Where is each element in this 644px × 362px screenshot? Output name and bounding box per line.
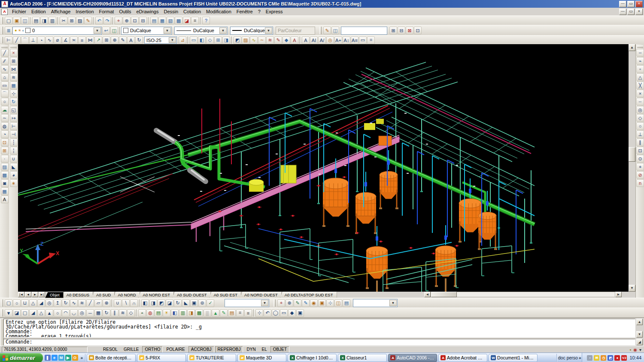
dome-surface-icon[interactable]: ◠ bbox=[62, 309, 70, 317]
menu-dessin[interactable]: Dessin bbox=[161, 8, 181, 15]
layout-tab-objet[interactable]: Objet bbox=[45, 292, 64, 298]
doc-close-button[interactable]: × bbox=[635, 9, 643, 15]
viewports-dialog-icon[interactable]: ▭ bbox=[190, 36, 197, 44]
layout-tab-a0-sud[interactable]: A0 SUD bbox=[91, 292, 115, 298]
open-file-icon[interactable]: ▣ bbox=[13, 17, 21, 24]
xref-attach-icon[interactable]: ⊞ bbox=[389, 27, 397, 34]
toggle-reperobj[interactable]: REPEROBJ bbox=[215, 346, 243, 353]
break-icon[interactable]: ╎ bbox=[10, 147, 18, 154]
snap-none-icon[interactable]: ⊘ bbox=[636, 171, 644, 179]
quickcalc-icon[interactable]: ⌗ bbox=[191, 17, 199, 24]
markup-set-manager-icon[interactable]: ◪ bbox=[183, 17, 191, 24]
annotation-tool-icon[interactable]: ◉ bbox=[310, 299, 318, 307]
layer-combo[interactable]: ● ☀ ◐ 0 ▼ bbox=[12, 27, 102, 35]
union-icon[interactable]: ∪ bbox=[114, 299, 122, 307]
dim-ordinate-icon[interactable]: ⊥ bbox=[29, 36, 37, 44]
2d-solid-icon[interactable]: ▼ bbox=[5, 309, 12, 317]
dim-jogged-icon[interactable]: ∿ bbox=[46, 36, 53, 44]
make-object-layer-current-icon[interactable]: ↩ bbox=[102, 27, 110, 34]
edit-block-in-place-icon[interactable]: ✎ bbox=[323, 27, 331, 34]
start-button[interactable]: démarrer bbox=[0, 353, 43, 362]
dim-text-edit-icon[interactable]: A bbox=[127, 36, 135, 44]
zoom-window-icon[interactable]: ⊡ bbox=[131, 17, 139, 24]
scroll-up-button[interactable]: ▲ bbox=[629, 44, 635, 51]
dim-style-combo[interactable]: ISO-25 ▼ bbox=[144, 36, 177, 44]
save-file-icon[interactable]: ◫ bbox=[21, 17, 29, 24]
chamfer-icon[interactable]: ◣ bbox=[10, 163, 18, 171]
view-combo[interactable]: ▼ bbox=[225, 299, 269, 307]
layout-tab-a0-sud-est[interactable]: A0 SUD EST bbox=[209, 292, 241, 298]
subtract-icon[interactable]: ∖ bbox=[122, 299, 130, 307]
undo-icon[interactable]: ↶ bbox=[95, 17, 103, 24]
snap-perpendicular-icon[interactable]: ⊥ bbox=[636, 130, 644, 138]
render-preferences-icon[interactable]: ⌗ bbox=[236, 309, 244, 317]
layout-tab-a0-deltastop-sud-est[interactable]: A0 DELTASTOP SUD EST bbox=[280, 292, 337, 298]
quick-leader-icon[interactable]: ↗ bbox=[94, 36, 102, 44]
block-editor-icon[interactable]: ◆ bbox=[283, 36, 290, 44]
fog-icon[interactable]: ▒ bbox=[204, 309, 211, 317]
taskbar-task-excel[interactable]: XChiffrage I 10d001... bbox=[288, 354, 337, 362]
menu-insertion[interactable]: Insertion bbox=[73, 8, 96, 15]
horizontal-scrollbar[interactable]: ◄ ► bbox=[424, 292, 629, 298]
extend-icon[interactable]: ⊣ bbox=[10, 130, 18, 138]
sketch-pen-icon[interactable]: ✎ bbox=[294, 299, 301, 307]
ucs-face-icon[interactable]: ◆ bbox=[288, 309, 296, 317]
find-and-replace-icon[interactable]: ◎ bbox=[326, 36, 334, 44]
dim-arc-length-icon[interactable]: ⌒ bbox=[21, 36, 29, 44]
edit-attribute-icon[interactable]: ✎ bbox=[274, 36, 282, 44]
break-at-point-icon[interactable]: ┆ bbox=[10, 139, 18, 146]
lineweight-combo-arrow[interactable]: ▼ bbox=[265, 27, 272, 34]
tabulated-surface-icon[interactable]: ∥ bbox=[111, 309, 118, 317]
tool-palettes-icon[interactable]: ▧ bbox=[167, 17, 174, 24]
ellipse-icon[interactable]: ◍ bbox=[1, 122, 9, 130]
dim-diameter-icon[interactable]: ⌀ bbox=[54, 36, 61, 44]
toggle-el[interactable]: EL bbox=[259, 346, 270, 353]
temporary-track-point-icon[interactable]: ┄ bbox=[636, 49, 644, 57]
3d-align-icon[interactable]: ⊹ bbox=[326, 299, 334, 307]
dim-continue-icon[interactable]: ⋈ bbox=[86, 36, 94, 44]
toggle-ortho[interactable]: ORTHO bbox=[142, 346, 163, 353]
layout-tab-a0-nord-est[interactable]: A0 NORD EST bbox=[138, 292, 174, 298]
menu-express[interactable]: Express bbox=[263, 8, 286, 15]
menu-format[interactable]: Format bbox=[97, 8, 117, 15]
extrude-faces-icon[interactable]: ◧ bbox=[141, 299, 149, 307]
snap-node-icon[interactable]: ⊙ bbox=[636, 155, 644, 163]
antivirus-icon[interactable]: V2 bbox=[621, 355, 627, 361]
command-prompt-line[interactable]: Commande: bbox=[3, 339, 635, 345]
polygon-icon[interactable]: ⌂ bbox=[1, 73, 9, 81]
edit-multiline-icon[interactable]: ≋ bbox=[266, 36, 274, 44]
ellipse-arc-icon[interactable]: ◔ bbox=[1, 130, 9, 138]
toolbar-grip[interactable] bbox=[319, 27, 322, 34]
close-button[interactable]: × bbox=[635, 1, 643, 7]
interfere-icon[interactable]: ⊗ bbox=[103, 299, 110, 307]
redo-icon[interactable]: ↷ bbox=[103, 17, 111, 24]
edge-icon[interactable]: ─ bbox=[86, 309, 94, 317]
doc-restore-button[interactable]: ▭ bbox=[627, 9, 635, 15]
delete-faces-icon[interactable]: ◪ bbox=[166, 299, 173, 307]
linetype-combo[interactable]: DuCalque ▼ bbox=[174, 27, 228, 35]
paste-clip-icon[interactable]: ▨ bbox=[76, 17, 84, 24]
properties-palette-icon[interactable]: ▤ bbox=[150, 17, 158, 24]
coordinate-display[interactable]: 76195.3301, 41903.4209, 0.0000 bbox=[2, 347, 88, 353]
dim-aligned-icon[interactable]: ╱ bbox=[13, 36, 21, 44]
designcenter-icon[interactable]: ▦ bbox=[158, 17, 166, 24]
match-properties-icon[interactable]: ✎ bbox=[84, 17, 92, 24]
fillet-icon[interactable]: ◕ bbox=[10, 171, 18, 179]
dim-edit-icon[interactable]: ✎ bbox=[119, 36, 127, 44]
snap-nearest-icon[interactable]: ⌖ bbox=[636, 163, 644, 171]
trim-icon[interactable]: ⊢ bbox=[10, 122, 18, 130]
polyline-icon[interactable]: ∿ bbox=[1, 65, 9, 73]
toolbar-grip[interactable] bbox=[1, 17, 3, 24]
taskbar-task-acrobat[interactable]: AAdobe Acrobat Stan... bbox=[438, 354, 487, 362]
plot-icon[interactable]: ▤ bbox=[32, 17, 40, 24]
named-view-combo-arrow[interactable]: ▼ bbox=[389, 300, 397, 306]
command-scroll-up[interactable]: ▲ bbox=[636, 319, 643, 325]
layout-tab-a0-nord[interactable]: A0 NORD bbox=[113, 292, 140, 298]
stamp-tool-icon[interactable]: ▣ bbox=[318, 299, 326, 307]
pyramid-surface-icon[interactable]: △ bbox=[37, 309, 45, 317]
erase-icon[interactable]: × bbox=[10, 49, 18, 57]
justify-text-icon[interactable]: A≡ bbox=[351, 36, 358, 44]
dim-update-icon[interactable]: ↻ bbox=[135, 36, 143, 44]
solid-cone-icon[interactable]: △ bbox=[29, 299, 37, 307]
explode-icon[interactable]: ∗ bbox=[10, 179, 18, 187]
